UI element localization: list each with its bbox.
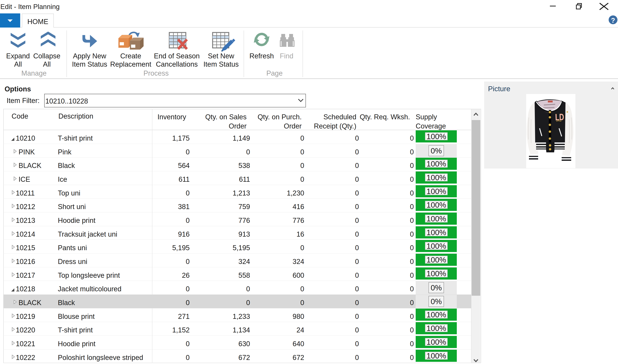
svg-text:LD: LD [555, 112, 564, 122]
